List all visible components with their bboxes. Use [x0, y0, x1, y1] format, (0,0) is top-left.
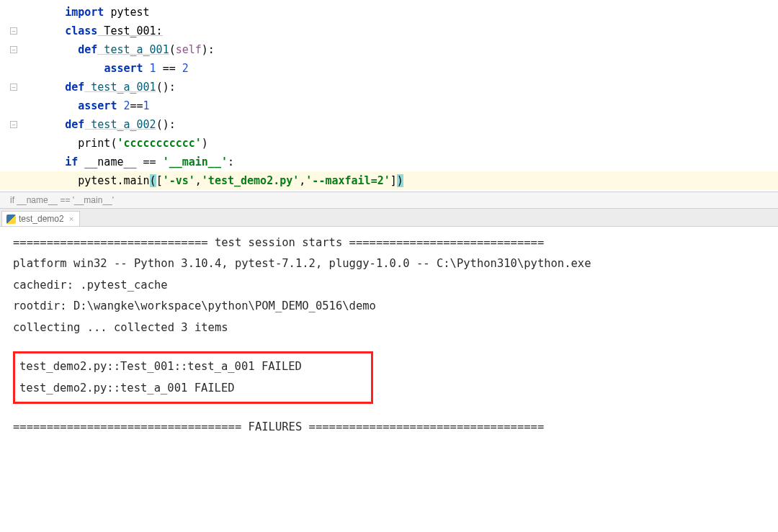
- fold-icon[interactable]: −: [10, 84, 17, 91]
- func-name: test_a_001: [84, 81, 156, 94]
- breadcrumb-path: if __name__ == '__main__': [10, 195, 114, 205]
- method-call: pytest.main: [78, 174, 149, 187]
- string-literal: 'test_demo2.py': [202, 174, 299, 187]
- fold-icon[interactable]: −: [10, 46, 17, 53]
- session-header: ============================= test sessi…: [13, 233, 765, 253]
- console-output[interactable]: ============================= test sessi…: [0, 227, 778, 444]
- keyword-class: class: [65, 24, 97, 37]
- code-editor[interactable]: import pytest − class Test_001: − def te…: [0, 0, 778, 191]
- annotation-box: test_demo2.py::Test_001::test_a_001 FAIL…: [13, 351, 373, 404]
- code-line[interactable]: − class Test_001:: [0, 22, 778, 40]
- code-line[interactable]: − def test_a_002():: [0, 115, 778, 134]
- keyword-def: def: [65, 81, 84, 94]
- python-icon: [6, 215, 16, 224]
- collected-line: collecting ... collected 3 items: [13, 317, 765, 338]
- self-param: self: [176, 43, 202, 56]
- keyword-if: if: [65, 155, 78, 168]
- matched-paren: ): [397, 174, 403, 187]
- func-name: test_a_001: [97, 43, 169, 56]
- func-name: test_a_002: [84, 118, 156, 131]
- class-name: Test_001:: [97, 24, 162, 37]
- code-line[interactable]: − def test_a_001(self):: [0, 40, 778, 59]
- keyword-def: def: [78, 43, 97, 56]
- breadcrumb[interactable]: if __name__ == '__main__': [0, 191, 778, 209]
- code-line[interactable]: if __name__ == '__main__':: [0, 153, 778, 171]
- run-tab[interactable]: test_demo2 ×: [1, 211, 80, 226]
- test-result-line: test_demo2.py::test_a_001 FAILED: [19, 378, 367, 399]
- run-tab-bar: test_demo2 ×: [0, 209, 778, 227]
- test-result-line: test_demo2.py::Test_001::test_a_001 FAIL…: [19, 356, 367, 377]
- tab-label: test_demo2: [19, 214, 64, 224]
- string-literal: '-vs': [163, 174, 195, 187]
- string-literal: '__main__': [163, 155, 228, 168]
- close-icon[interactable]: ×: [69, 215, 73, 223]
- code-line[interactable]: − def test_a_001():: [0, 78, 778, 96]
- matched-paren: (: [150, 174, 156, 187]
- platform-line: platform win32 -- Python 3.10.4, pytest-…: [13, 253, 765, 274]
- code-line-current[interactable]: pytest.main(['-vs','test_demo2.py','--ma…: [0, 171, 778, 190]
- cachedir-line: cachedir: .pytest_cache: [13, 275, 765, 296]
- rootdir-line: rootdir: D:\wangke\workspace\python\POM_…: [13, 296, 765, 317]
- fold-icon[interactable]: −: [10, 121, 17, 128]
- failures-header: ================================== FAILU…: [13, 417, 765, 438]
- string-literal: '--maxfail=2': [305, 174, 390, 187]
- fold-icon[interactable]: −: [10, 27, 17, 35]
- keyword-def: def: [65, 118, 84, 131]
